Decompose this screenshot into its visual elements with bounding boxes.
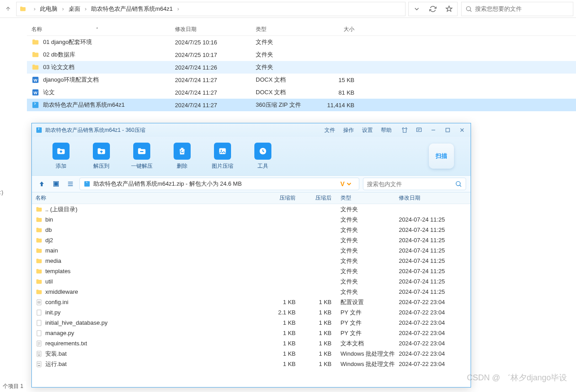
- toolbar-minus-button[interactable]: 一键解压: [122, 143, 162, 170]
- txt-icon: [35, 340, 43, 347]
- zip-search-input[interactable]: [367, 181, 455, 187]
- file-type: DOCX 文档: [256, 88, 319, 96]
- zheader-name[interactable]: 名称: [35, 194, 260, 202]
- zip-item-date: 2024-07-24 11:25: [399, 278, 471, 285]
- zip-item-date: 2024-07-24 11:25: [399, 257, 471, 264]
- toolbar-up-button[interactable]: 解压到: [81, 143, 122, 170]
- zip-row[interactable]: config.ini1 KB1 KB配置设置2024-07-22 23:04: [32, 297, 471, 307]
- search-input[interactable]: [475, 5, 569, 12]
- zip-search-box[interactable]: [363, 178, 466, 190]
- zip-item-before: 1 KB: [260, 361, 296, 367]
- zip-row[interactable]: dj2文件夹2024-07-24 11:25: [32, 235, 471, 245]
- breadcrumb-item[interactable]: 助农特色农产品销售系统m64z1: [91, 5, 173, 13]
- file-date: 2024/7/24 11:26: [175, 64, 256, 71]
- folder-icon: [35, 257, 43, 265]
- file-row[interactable]: W论文2024/7/24 11:27DOCX 文档81 KB: [27, 86, 576, 99]
- breadcrumb[interactable]: › 此电脑 › 桌面 › 助农特色农产品销售系统m64z1 ›: [16, 2, 406, 16]
- file-row[interactable]: 02 db数据库2024/7/25 10:17文件夹: [27, 48, 576, 61]
- zip-row[interactable]: .. (上级目录)文件夹: [32, 204, 471, 214]
- dropdown-icon[interactable]: [409, 2, 425, 16]
- zip-path-field[interactable]: 助农特色农产品销售系统m64z1.zip - 解包大小为 24.6 MB V: [79, 178, 359, 190]
- header-date[interactable]: 修改日期: [175, 26, 256, 33]
- file-date: 2024/7/24 11:27: [175, 77, 256, 83]
- file-row[interactable]: 助农特色农产品销售系统m64z12024/7/24 11:27360压缩 ZIP…: [27, 99, 576, 111]
- search-box[interactable]: [461, 2, 573, 16]
- zip-row[interactable]: initial_hive_database.py1 KB1 KBPY 文件202…: [32, 318, 471, 328]
- zip-row[interactable]: init.py2.1 KB1 KBPY 文件2024-07-22 23:04: [32, 307, 471, 318]
- zip-item-name: manage.py: [45, 330, 260, 336]
- toolbar-plus-button[interactable]: 添加: [41, 143, 81, 170]
- refresh-icon[interactable]: [425, 2, 441, 16]
- zip-row[interactable]: db文件夹2024-07-24 11:25: [32, 225, 471, 235]
- zip-item-name: initial_hive_database.py: [45, 319, 260, 326]
- header-name[interactable]: 名称: [31, 26, 42, 33]
- zip-item-type: 文件夹: [332, 216, 399, 224]
- zip-row[interactable]: bin文件夹2024-07-24 11:25: [32, 214, 471, 225]
- menu-file[interactable]: 文件: [324, 126, 335, 134]
- zip-row[interactable]: templates文件夹2024-07-24 11:25: [32, 266, 471, 276]
- file-row[interactable]: 01 django配套环境2024/7/25 10:16文件夹: [27, 36, 576, 48]
- filelist-header[interactable]: 名称˄ 修改日期 类型 大小: [27, 23, 576, 36]
- statusbar: 个项目 1: [0, 381, 26, 392]
- select-all-icon[interactable]: [51, 179, 61, 189]
- zheader-before[interactable]: 压缩前: [260, 194, 296, 202]
- close-icon[interactable]: [457, 126, 467, 134]
- header-size[interactable]: 大小: [319, 26, 359, 33]
- maximize-icon[interactable]: [443, 126, 453, 134]
- breadcrumb-item[interactable]: 此电脑: [40, 5, 57, 13]
- zip-row[interactable]: 运行.bat1 KB1 KBWindows 批处理文件2024-07-22 23…: [32, 359, 471, 369]
- zip-row[interactable]: main文件夹2024-07-24 11:25: [32, 245, 471, 256]
- zip-item-date: 2024-07-22 23:04: [399, 350, 471, 357]
- zip-window: 助农特色农产品销售系统m64z1 - 360压缩 文件 操作 设置 帮助 添加解…: [31, 123, 471, 388]
- zheader-after[interactable]: 压缩后: [296, 194, 332, 202]
- menu-settings[interactable]: 设置: [362, 126, 373, 134]
- zip-titlebar[interactable]: 助农特色农产品销售系统m64z1 - 360压缩 文件 操作 设置 帮助: [32, 123, 471, 137]
- menu-operate[interactable]: 操作: [343, 126, 354, 134]
- zip-row[interactable]: media文件夹2024-07-24 11:25: [32, 256, 471, 266]
- star-icon[interactable]: [441, 2, 457, 16]
- file-row[interactable]: Wdjanogo环境配置文档2024/7/24 11:27DOCX 文档15 K…: [27, 74, 576, 86]
- file-row[interactable]: 03 论文文档2024/7/24 11:26文件夹: [27, 61, 576, 74]
- skin-icon[interactable]: [400, 126, 410, 134]
- header-type[interactable]: 类型: [256, 26, 319, 33]
- zip-item-name: main: [45, 247, 260, 254]
- folder-icon: [35, 278, 43, 285]
- menu-help[interactable]: 帮助: [381, 126, 392, 134]
- toolbar-label: 图片压缩: [212, 162, 233, 170]
- v-badge-icon[interactable]: V: [340, 180, 355, 187]
- toolbar-tool-button[interactable]: 工具: [243, 143, 283, 170]
- minimize-icon[interactable]: [428, 126, 438, 134]
- svg-rect-10: [38, 128, 39, 128]
- zip-item-name: db: [45, 226, 260, 233]
- nav-up-icon[interactable]: [3, 4, 13, 14]
- zip-item-name: 运行.bat: [45, 360, 260, 368]
- list-view-icon[interactable]: [65, 179, 76, 189]
- folder-icon: [35, 237, 43, 244]
- toolbar-recycle-button[interactable]: 删除: [162, 143, 202, 170]
- scan-button[interactable]: 扫描: [426, 141, 457, 171]
- zip-item-date: 2024-07-22 23:04: [399, 361, 471, 367]
- folder-icon: [35, 247, 43, 254]
- zip-row[interactable]: xmiddleware文件夹2024-07-24 11:25: [32, 287, 471, 297]
- up-dir-icon[interactable]: [36, 179, 47, 189]
- zip-title: 助农特色农产品销售系统m64z1 - 360压缩: [45, 126, 145, 134]
- zip-item-name: .. (上级目录): [45, 205, 260, 213]
- toolbar-image-button[interactable]: 图片压缩: [202, 143, 243, 170]
- file-type: 文件夹: [256, 38, 319, 46]
- feedback-icon[interactable]: [414, 126, 424, 134]
- svg-rect-27: [37, 310, 41, 315]
- zip-row[interactable]: 安装.bat1 KB1 KBWindows 批处理文件2024-07-22 23…: [32, 348, 471, 359]
- zheader-date[interactable]: 修改日期: [399, 194, 471, 202]
- svg-point-36: [39, 363, 40, 364]
- zheader-type[interactable]: 类型: [332, 194, 399, 202]
- zip-row[interactable]: util文件夹2024-07-24 11:25: [32, 276, 471, 287]
- file-name: 01 django配套环境: [43, 38, 92, 46]
- breadcrumb-item[interactable]: 桌面: [69, 5, 80, 13]
- zip-item-type: PY 文件: [332, 309, 399, 317]
- zip-list-header[interactable]: 名称 压缩前 压缩后 类型 修改日期: [32, 192, 471, 204]
- zip-row[interactable]: manage.py1 KB1 KBPY 文件2024-07-22 23:04: [32, 328, 471, 338]
- file-name: djanogo环境配置文档: [43, 76, 99, 84]
- zip-row[interactable]: requirements.txt1 KB1 KB文本文档2024-07-22 2…: [32, 338, 471, 348]
- svg-rect-6: [35, 103, 35, 104]
- zip-item-date: 2024-07-24 11:25: [399, 226, 471, 233]
